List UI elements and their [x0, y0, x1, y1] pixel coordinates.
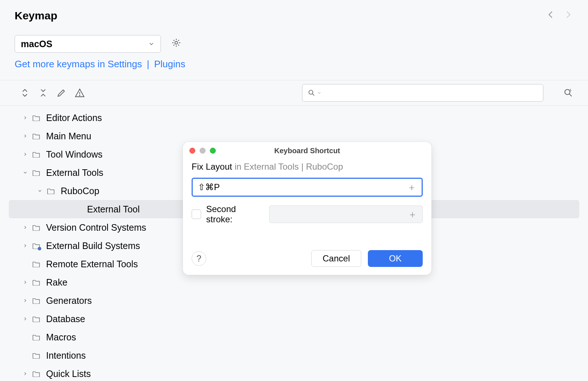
more-keymaps-link[interactable]: Get more keymaps in Settings | Plugins — [0, 53, 588, 70]
first-stroke-input[interactable]: ⇧⌘P ＋ — [192, 178, 423, 197]
tree-item-label: Rake — [46, 278, 67, 287]
keyboard-shortcut-dialog: Keyboard Shortcut Fix Layout in External… — [183, 142, 431, 275]
window-traffic-lights — [189, 148, 216, 154]
chevron-right-icon[interactable] — [22, 225, 29, 230]
expand-all-icon[interactable] — [20, 88, 30, 98]
folder-icon — [32, 352, 40, 359]
help-button[interactable]: ? — [192, 251, 206, 266]
dialog-action-path: Fix Layout in External Tools | RuboCop — [192, 162, 423, 172]
folder-icon — [32, 151, 40, 158]
tree-item-label: Intentions — [46, 351, 86, 360]
tree-item-label: Macros — [46, 333, 76, 342]
page-title: Keymap — [15, 10, 57, 22]
folder-icon — [32, 261, 40, 267]
nav-arrows — [546, 10, 573, 22]
second-stroke-plus-icon: ＋ — [408, 208, 417, 221]
folder-icon — [47, 188, 55, 194]
svg-point-3 — [565, 90, 570, 95]
nav-forward-icon — [563, 10, 573, 22]
tree-item-label: Version Control Systems — [46, 223, 146, 232]
folder-icon — [32, 297, 40, 304]
folder-icon — [32, 133, 40, 139]
tree-item-label: External Tool — [87, 205, 140, 214]
tree-row-quick-lists[interactable]: Quick Lists — [0, 365, 588, 381]
chevron-down-icon[interactable] — [22, 170, 29, 175]
link-separator: | — [147, 59, 150, 69]
dialog-action-path-prefix: in External Tools — [234, 162, 299, 171]
folder-icon — [32, 316, 40, 322]
ok-button[interactable]: OK — [368, 250, 423, 267]
nav-back-icon[interactable] — [546, 10, 556, 22]
search-icon — [308, 89, 316, 97]
collapse-all-icon[interactable] — [38, 88, 48, 98]
chevron-down-icon[interactable] — [37, 188, 43, 193]
svg-point-4 — [38, 247, 41, 250]
folder-icon — [32, 279, 40, 286]
tree-item-label: Editor Actions — [46, 113, 102, 122]
keymap-select-value: macOS — [21, 39, 52, 49]
warning-triangle-icon[interactable] — [75, 88, 85, 98]
more-keymaps-link-text1[interactable]: Get more keymaps in Settings — [15, 59, 142, 69]
second-stroke-label: Second stroke: — [206, 204, 264, 225]
svg-point-1 — [79, 95, 80, 95]
window-minimize-icon — [200, 148, 206, 154]
tree-row-editor-actions[interactable]: Editor Actions — [0, 109, 588, 127]
dialog-title: Keyboard Shortcut — [183, 147, 431, 155]
tree-item-label: RuboCop — [61, 186, 99, 196]
cancel-button[interactable]: Cancel — [311, 250, 361, 267]
folder-icon — [32, 114, 40, 121]
chevron-right-icon[interactable] — [22, 152, 29, 157]
tree-item-label: External Tools — [46, 168, 103, 177]
folder-icon — [32, 169, 40, 176]
folder-icon — [32, 370, 40, 377]
chevron-down-icon — [148, 39, 155, 49]
chevron-right-icon[interactable] — [22, 371, 29, 376]
tree-row-database[interactable]: Database — [0, 310, 588, 328]
window-zoom-icon[interactable] — [210, 148, 216, 154]
window-close-icon[interactable] — [189, 148, 195, 154]
find-action-by-shortcut-icon[interactable] — [563, 88, 573, 98]
tree-item-label: Quick Lists — [46, 369, 91, 378]
chevron-right-icon[interactable] — [22, 243, 29, 248]
tree-item-label: Remote External Tools — [46, 260, 138, 269]
tree-item-label: External Build Systems — [46, 241, 140, 250]
chevron-right-icon[interactable] — [22, 133, 29, 139]
folder-icon — [32, 334, 40, 340]
search-input[interactable] — [302, 84, 543, 102]
keymap-select[interactable]: macOS — [15, 35, 161, 53]
tree-row-macros[interactable]: Macros — [0, 328, 588, 346]
tree-row-generators[interactable]: Generators — [0, 291, 588, 310]
tree-item-label: Generators — [46, 296, 92, 305]
path-separator: | — [301, 162, 306, 171]
chevron-right-icon[interactable] — [22, 280, 29, 285]
first-stroke-value: ⇧⌘P — [198, 182, 220, 192]
second-stroke-input: ＋ — [269, 205, 423, 223]
more-keymaps-link-text2[interactable]: Plugins — [154, 59, 185, 69]
tree-item-label: Database — [46, 314, 85, 324]
edit-pencil-icon[interactable] — [56, 88, 67, 98]
add-shortcut-plus-icon[interactable]: ＋ — [407, 181, 416, 194]
tree-item-label: Main Menu — [46, 132, 91, 141]
tree-row-rake[interactable]: Rake — [0, 273, 588, 291]
dialog-action-name: Fix Layout — [192, 162, 232, 171]
second-stroke-checkbox[interactable] — [192, 210, 201, 219]
svg-point-0 — [175, 41, 177, 44]
tree-row-intentions[interactable]: Intentions — [0, 346, 588, 365]
svg-point-2 — [309, 90, 313, 94]
tree-item-label: Tool Windows — [46, 150, 102, 159]
folder-icon — [32, 224, 40, 231]
chevron-right-icon[interactable] — [22, 115, 29, 120]
keymap-settings-gear-icon[interactable] — [171, 38, 181, 50]
chevron-right-icon[interactable] — [22, 316, 29, 321]
chevron-right-icon[interactable] — [22, 298, 29, 303]
dialog-action-path-suffix: RuboCop — [306, 162, 343, 171]
folder-icon — [32, 242, 40, 249]
search-options-chevron-icon[interactable] — [317, 91, 321, 95]
